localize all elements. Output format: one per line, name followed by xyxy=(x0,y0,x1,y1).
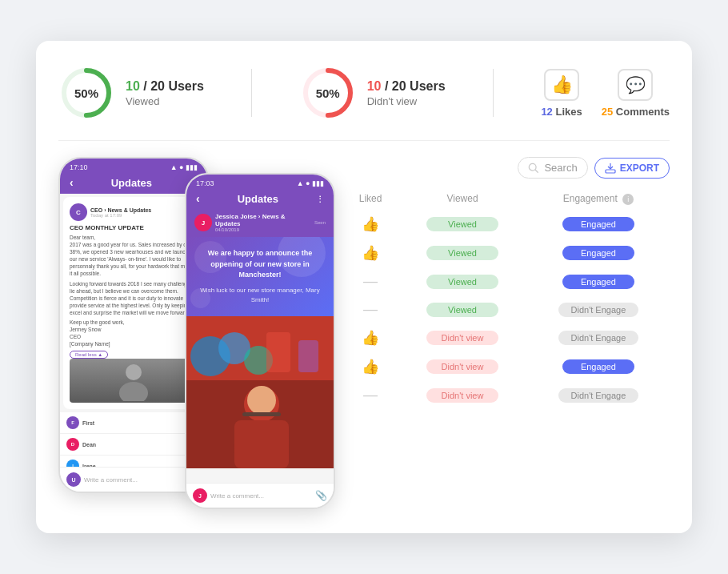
attachment-icon-front[interactable]: 📎 xyxy=(315,490,327,501)
engaged-cell: Engaged xyxy=(527,210,670,239)
info-icon: i xyxy=(622,194,634,205)
likes-label: 12 Likes xyxy=(541,106,582,118)
engaged-badge: Engaged xyxy=(562,359,634,374)
likes-count: 12 xyxy=(541,106,552,118)
comments-icon-box: 💬 xyxy=(618,69,653,101)
ceo-avatar: C xyxy=(70,203,87,221)
table-row: 👍ViewedEngaged xyxy=(343,239,670,267)
viewed-badge: Viewed xyxy=(426,275,498,289)
viewed-percent: 50% xyxy=(74,86,98,100)
table-area: Search EXPORT Liked Viewed xyxy=(343,157,670,409)
post-header: C CEO › News & Updates Today at 17:09 Se… xyxy=(70,203,198,221)
thumbs-up-liked: 👍 xyxy=(362,216,379,232)
comment-placeholder-back: Write a comment... xyxy=(84,476,138,484)
comments-text: Comments xyxy=(616,106,670,118)
viewed-cell: Didn't view xyxy=(398,323,527,352)
girl-image xyxy=(186,380,334,468)
engaged-badge: Engaged xyxy=(562,246,634,260)
notviewed-text: 10 / 20 Users Didn't view xyxy=(367,79,446,107)
post-sign: Jermey Snow xyxy=(70,326,198,333)
liked-cell: 👍 xyxy=(343,352,398,381)
svg-point-4 xyxy=(126,364,142,380)
search-box[interactable]: Search xyxy=(518,157,587,179)
comments-label: 25 Comments xyxy=(602,106,670,118)
thumbs-up-icon: 👍 xyxy=(551,74,573,95)
engaged-cell: Didn't Engage xyxy=(527,323,670,352)
search-icon xyxy=(528,163,539,174)
phone-front-icons: ▲ ● ▮▮▮ xyxy=(297,179,324,187)
purple-banner: We are happy to announce the oppening of… xyxy=(186,237,334,316)
likes-stat: 👍 12 Likes xyxy=(541,69,582,118)
viewed-cell: Didn't view xyxy=(398,352,527,381)
table-row: —Didn't viewDidn't Engage xyxy=(343,381,670,409)
notviewed-circle: 50% xyxy=(300,65,356,121)
ceo-image xyxy=(70,359,198,403)
comment-avatar-front: J xyxy=(193,488,207,503)
blue-art-image xyxy=(186,316,334,380)
search-label: Search xyxy=(544,162,577,174)
svg-rect-10 xyxy=(266,332,290,372)
engaged-badge: Didn't Engage xyxy=(558,388,639,403)
liked-cell: 👍 xyxy=(343,323,398,352)
engaged-badge: Engaged xyxy=(562,275,634,289)
post-title: CEO MONTHLY UPDATE xyxy=(70,224,198,231)
engaged-cell: Engaged xyxy=(527,267,670,295)
liked-cell: 👍 xyxy=(343,210,398,239)
notviewed-percent: 50% xyxy=(316,86,340,100)
post-body-1: 2017 was a good year for us. Sales incre… xyxy=(70,241,198,277)
front-seen-badge: Seen xyxy=(314,220,326,225)
comment-placeholder-front: Write a comment... xyxy=(210,492,264,500)
viewed-sublabel: Viewed xyxy=(126,95,204,107)
user-post-header: J Jessica Joise › News & Updates 04/10/2… xyxy=(186,210,334,237)
export-button[interactable]: EXPORT xyxy=(594,158,670,179)
engaged-badge: Didn't Engage xyxy=(558,331,639,345)
svg-rect-15 xyxy=(234,420,289,468)
table-row: —ViewedDidn't Engage xyxy=(343,295,670,323)
search-export-row: Search EXPORT xyxy=(343,157,670,179)
viewed-badge: Viewed xyxy=(426,217,498,231)
phone-front-nav: ‹ Updates ⋮ xyxy=(186,189,334,210)
stats-row: 50% 10 / 20 Users Viewed xyxy=(58,65,670,141)
phone-front-content: We are happy to announce the oppening of… xyxy=(186,237,334,483)
svg-rect-11 xyxy=(298,340,318,372)
table-row: 👍Didn't viewEngaged xyxy=(343,352,670,381)
viewed-circle: 50% xyxy=(58,65,114,121)
viewed-text: 10 / 20 Users Viewed xyxy=(126,79,204,107)
comments-count: 25 xyxy=(602,106,613,118)
comment-icon: 💬 xyxy=(626,75,646,94)
engaged-badge: Engaged xyxy=(562,217,634,231)
avatar-irene: I xyxy=(66,460,79,467)
read-more-btn[interactable]: Read less ▲ xyxy=(70,351,108,359)
viewed-badge: Didn't view xyxy=(426,388,498,403)
viewed-cell: Viewed xyxy=(398,210,527,239)
post-greeting: Dear team, xyxy=(70,234,198,241)
engaged-badge: Didn't Engage xyxy=(558,303,639,317)
col-engagement: Engagement i xyxy=(527,188,670,210)
divider-1 xyxy=(251,69,252,117)
front-back-arrow-icon[interactable]: ‹ xyxy=(196,192,200,205)
post-role: CEO xyxy=(70,333,198,340)
viewed-cell: Viewed xyxy=(398,295,527,323)
back-arrow-icon[interactable]: ‹ xyxy=(70,176,74,189)
svg-rect-17 xyxy=(242,412,281,416)
viewed-stat: 50% 10 / 20 Users Viewed xyxy=(58,65,204,121)
liked-cell: — xyxy=(343,295,398,323)
phone-front-status: 17:03 ▲ ● ▮▮▮ xyxy=(186,175,334,189)
no-like: — xyxy=(363,387,378,403)
no-like: — xyxy=(363,301,378,317)
banner-sub-text: Wish luck to our new store manager, Mary… xyxy=(194,286,326,305)
content-area: 17:10 ▲ ● ▮▮▮ ‹ Updates ⋮ C CEO xyxy=(58,157,670,509)
engaged-cell: Didn't Engage xyxy=(527,295,670,323)
main-card: 50% 10 / 20 Users Viewed xyxy=(36,41,692,533)
viewed-badge: Viewed xyxy=(426,303,498,317)
likes-text: Likes xyxy=(555,106,582,118)
viewed-badge: Didn't view xyxy=(426,331,498,345)
user-details: Jessica Joise › News & Updates 04/10/201… xyxy=(215,213,311,232)
phone-front: 17:03 ▲ ● ▮▮▮ ‹ Updates ⋮ J Jessica Jois… xyxy=(185,173,335,509)
viewed-total: 20 xyxy=(150,79,165,93)
export-icon xyxy=(605,163,616,174)
post-time: Today at 17:09 xyxy=(90,213,183,218)
viewed-cell: Didn't view xyxy=(398,381,527,409)
thumbs-up-liked: 👍 xyxy=(362,359,379,375)
phone-front-nav-right: ⋮ xyxy=(316,195,324,203)
